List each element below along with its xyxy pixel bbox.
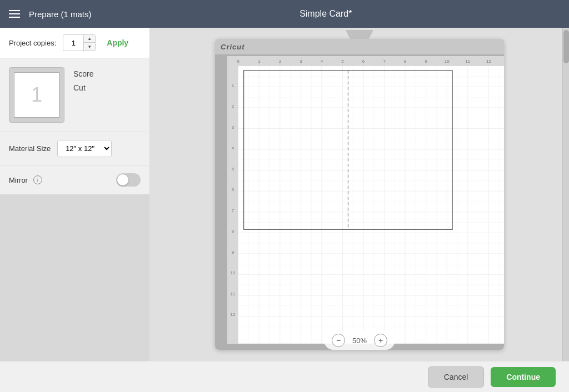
- cricut-mat: Cricut 0 1 2 3 4 5 6 7: [215, 39, 504, 350]
- mat-header: Cricut: [215, 39, 504, 54]
- mat-grid-svg: 0 1 2 3 4 5 6 7 8 9 10 11 12 1 2: [227, 54, 504, 345]
- project-copies-bar: Project copies: ▲ ▼ Apply: [0, 28, 149, 58]
- mat-labels: Score Cut: [73, 67, 94, 95]
- copies-down-arrow[interactable]: ▼: [84, 43, 95, 51]
- svg-text:6: 6: [362, 59, 365, 64]
- svg-text:10: 10: [445, 59, 450, 64]
- material-size-label: Material Size: [9, 144, 51, 153]
- svg-text:9: 9: [232, 250, 234, 255]
- mirror-label: Mirror: [9, 176, 28, 184]
- project-copies-label: Project copies:: [9, 39, 56, 47]
- header-title: Prepare (1 mats): [29, 9, 92, 19]
- info-icon[interactable]: i: [33, 175, 42, 184]
- svg-text:7: 7: [232, 208, 234, 213]
- sidebar-empty-area: [0, 194, 149, 361]
- copies-arrows: ▲ ▼: [83, 35, 95, 51]
- material-size-row: Material Size 12" x 12" 12" x 24" 8.5" x…: [0, 132, 149, 165]
- canvas-area: Cricut 0 1 2 3 4 5 6 7: [150, 28, 569, 361]
- svg-text:1: 1: [258, 59, 260, 64]
- hamburger-menu[interactable]: [9, 10, 20, 18]
- toggle-knob: [117, 174, 128, 185]
- zoom-controls: − 50% +: [324, 331, 395, 350]
- svg-text:11: 11: [230, 292, 235, 296]
- svg-text:11: 11: [465, 59, 470, 64]
- zoom-out-button[interactable]: −: [332, 334, 345, 347]
- material-size-select[interactable]: 12" x 12" 12" x 24" 8.5" x 11": [57, 140, 112, 157]
- svg-rect-1: [227, 56, 238, 344]
- svg-text:5: 5: [341, 59, 344, 64]
- copies-up-arrow[interactable]: ▲: [84, 35, 95, 43]
- footer: Cancel Continue: [0, 361, 569, 392]
- copies-input[interactable]: [63, 37, 83, 49]
- cricut-logo: Cricut: [221, 43, 245, 51]
- zoom-label: 50%: [350, 336, 370, 345]
- svg-text:3: 3: [300, 59, 302, 64]
- mirror-row: Mirror i: [0, 165, 149, 194]
- mirror-toggle[interactable]: [116, 173, 141, 187]
- svg-rect-2: [227, 56, 504, 66]
- mat-number: 1: [31, 83, 42, 107]
- sidebar: Project copies: ▲ ▼ Apply 1 Score: [0, 28, 150, 361]
- mat-preview-row: 1 Score Cut: [9, 67, 141, 123]
- mat-label-cut: Cut: [73, 81, 94, 95]
- svg-text:8: 8: [404, 59, 407, 64]
- main-content: Project copies: ▲ ▼ Apply 1 Score: [0, 28, 569, 361]
- svg-text:10: 10: [230, 270, 235, 275]
- scrollbar-thumb[interactable]: [563, 30, 569, 63]
- svg-text:12: 12: [230, 312, 235, 317]
- apply-button[interactable]: Apply: [102, 36, 133, 49]
- svg-text:5: 5: [232, 167, 234, 172]
- zoom-in-button[interactable]: +: [374, 334, 387, 347]
- svg-text:0: 0: [237, 59, 240, 64]
- svg-text:7: 7: [383, 59, 385, 64]
- header-center-title: Simple Card*: [92, 9, 560, 19]
- mat-thumbnail: 1: [9, 67, 64, 123]
- svg-text:1: 1: [232, 83, 234, 88]
- copies-input-wrap: ▲ ▼: [63, 34, 96, 51]
- svg-text:4: 4: [232, 145, 234, 150]
- cancel-button[interactable]: Cancel: [428, 366, 485, 388]
- svg-text:3: 3: [232, 125, 234, 130]
- svg-text:4: 4: [321, 59, 323, 64]
- mat-thumbnail-inner: 1: [14, 72, 59, 118]
- mat-label-score: Score: [73, 67, 94, 81]
- svg-rect-0: [227, 56, 504, 344]
- header: Prepare (1 mats) Simple Card*: [0, 0, 569, 28]
- svg-text:6: 6: [232, 187, 234, 192]
- mat-preview-section: 1 Score Cut: [0, 58, 149, 132]
- scrollbar-right[interactable]: [562, 28, 569, 361]
- svg-text:8: 8: [232, 229, 234, 234]
- svg-text:12: 12: [486, 59, 491, 64]
- continue-button[interactable]: Continue: [491, 367, 556, 387]
- svg-text:9: 9: [425, 59, 427, 64]
- svg-text:2: 2: [232, 104, 234, 109]
- svg-text:2: 2: [279, 59, 281, 64]
